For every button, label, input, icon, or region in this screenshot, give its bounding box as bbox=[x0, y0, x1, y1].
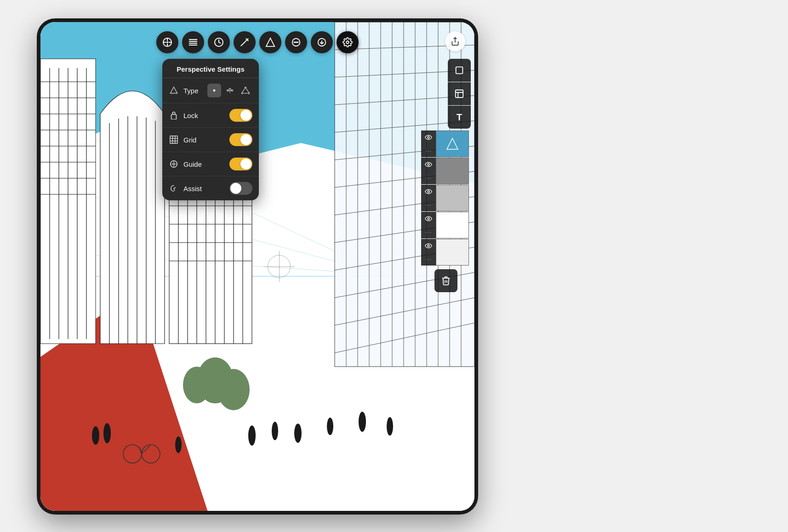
lock-row: Lock bbox=[162, 103, 259, 128]
svg-point-136 bbox=[428, 191, 429, 192]
assist-toggle-slider bbox=[229, 182, 252, 195]
ipad-screen: Perspective Settings Type bbox=[40, 22, 474, 511]
svg-rect-120 bbox=[170, 136, 177, 143]
svg-point-80 bbox=[217, 369, 250, 410]
svg-point-133 bbox=[428, 136, 429, 138]
layer-4-thumbnail[interactable] bbox=[436, 212, 469, 238]
settings-button[interactable] bbox=[337, 31, 359, 53]
guide-toggle[interactable] bbox=[229, 158, 252, 170]
svg-point-78 bbox=[387, 417, 393, 436]
guide-row: Guide bbox=[162, 152, 259, 176]
assist-icon bbox=[169, 183, 179, 193]
layer-2-thumbnail[interactable] bbox=[436, 158, 469, 184]
grid-label: Grid bbox=[183, 136, 225, 144]
svg-point-87 bbox=[166, 41, 168, 43]
layer-item-5: ··· bbox=[421, 239, 471, 266]
layer-5-eye[interactable] bbox=[421, 239, 436, 253]
svg-marker-106 bbox=[171, 87, 177, 94]
grid-icon-row bbox=[169, 135, 179, 145]
svg-point-117 bbox=[249, 93, 250, 94]
layer-item-1: ··· bbox=[421, 130, 471, 157]
guide-label: Guide bbox=[183, 160, 225, 168]
layer-item-3: ··· bbox=[421, 185, 471, 211]
layer-item-4: ··· bbox=[421, 212, 471, 238]
svg-point-76 bbox=[327, 418, 333, 435]
type-icon bbox=[169, 85, 179, 96]
history-button[interactable] bbox=[208, 31, 230, 53]
grid-toggle[interactable] bbox=[229, 133, 252, 146]
assist-label: Assist bbox=[183, 185, 225, 192]
warp-button[interactable] bbox=[259, 31, 281, 53]
import-button[interactable] bbox=[311, 31, 333, 53]
svg-point-108 bbox=[213, 90, 216, 92]
hatching-button[interactable] bbox=[182, 31, 204, 53]
svg-point-82 bbox=[123, 445, 142, 463]
layer-5-thumbnail[interactable] bbox=[436, 239, 469, 266]
layer-5-options[interactable]: ··· bbox=[421, 253, 436, 266]
layers-panel: T ··· bbox=[421, 59, 471, 292]
grid-row: Grid bbox=[162, 128, 259, 152]
guide-icon bbox=[169, 159, 179, 169]
perspective-button[interactable] bbox=[156, 31, 178, 53]
erase-button[interactable] bbox=[285, 31, 307, 53]
text-button[interactable]: T bbox=[448, 106, 471, 129]
guide-toggle-slider bbox=[229, 158, 252, 170]
share-button[interactable] bbox=[445, 31, 465, 51]
delete-layer-button[interactable] bbox=[434, 269, 457, 292]
settings-panel-title: Perspective Settings bbox=[162, 59, 259, 78]
layer-1-eye[interactable] bbox=[421, 130, 436, 144]
layer-item-2: ··· bbox=[421, 158, 471, 184]
svg-point-135 bbox=[428, 164, 429, 165]
svg-point-138 bbox=[428, 245, 429, 247]
svg-point-118 bbox=[241, 93, 242, 94]
ipad-frame: Perspective Settings Type bbox=[37, 18, 478, 515]
type-2pt-button[interactable] bbox=[223, 84, 237, 97]
pencil-button[interactable] bbox=[234, 31, 256, 53]
perspective-settings-panel: Perspective Settings Type bbox=[162, 59, 259, 200]
layer-2-eye[interactable] bbox=[421, 158, 436, 171]
layer-3-options[interactable]: ··· bbox=[421, 198, 436, 211]
svg-line-113 bbox=[230, 88, 232, 91]
svg-point-83 bbox=[142, 445, 160, 463]
text-tool-label: T bbox=[457, 112, 462, 123]
layer-1-thumbnail[interactable] bbox=[436, 130, 469, 157]
layer-1-options[interactable]: ··· bbox=[421, 144, 436, 157]
svg-point-73 bbox=[248, 425, 256, 446]
layer-4-options[interactable]: ··· bbox=[421, 226, 436, 238]
svg-point-72 bbox=[175, 436, 182, 453]
layer-2-options[interactable]: ··· bbox=[421, 171, 436, 184]
svg-point-70 bbox=[92, 426, 99, 445]
type-3pt-button[interactable] bbox=[239, 84, 252, 97]
main-toolbar bbox=[156, 31, 359, 53]
layer-3-thumbnail[interactable] bbox=[436, 185, 469, 211]
guide-toggle-knob bbox=[240, 158, 251, 170]
svg-rect-131 bbox=[456, 67, 463, 74]
lock-toggle-knob bbox=[240, 110, 251, 121]
assist-toggle[interactable] bbox=[229, 182, 252, 195]
assist-toggle-knob bbox=[230, 183, 241, 194]
lock-label: Lock bbox=[183, 112, 225, 119]
lock-toggle[interactable] bbox=[229, 109, 252, 122]
reference-button[interactable] bbox=[448, 82, 471, 105]
svg-point-77 bbox=[359, 412, 366, 432]
svg-line-112 bbox=[228, 88, 230, 91]
svg-point-74 bbox=[272, 422, 278, 440]
grid-toggle-knob bbox=[240, 134, 251, 145]
grid-toggle-slider bbox=[229, 133, 252, 146]
svg-rect-119 bbox=[171, 114, 177, 119]
svg-marker-134 bbox=[447, 138, 458, 149]
svg-point-71 bbox=[103, 423, 111, 443]
svg-point-75 bbox=[294, 424, 302, 443]
type-1pt-button[interactable] bbox=[207, 84, 221, 97]
type-row: Type bbox=[162, 78, 259, 103]
svg-point-126 bbox=[173, 163, 175, 165]
lock-icon bbox=[169, 110, 179, 120]
assist-row: Assist bbox=[162, 176, 259, 200]
svg-point-104 bbox=[346, 41, 349, 44]
lock-toggle-slider bbox=[229, 109, 252, 122]
layer-4-eye[interactable] bbox=[421, 212, 436, 226]
layer-3-eye[interactable] bbox=[421, 185, 436, 198]
svg-point-137 bbox=[428, 218, 429, 220]
new-layer-button[interactable] bbox=[448, 59, 471, 82]
svg-point-116 bbox=[245, 87, 246, 88]
